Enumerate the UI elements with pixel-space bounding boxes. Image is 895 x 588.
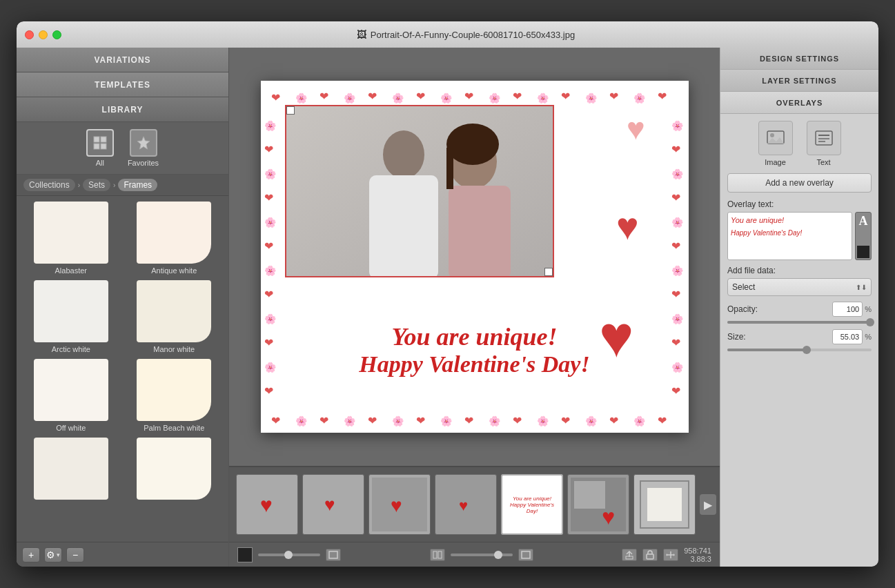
- svg-text:❤: ❤: [609, 415, 618, 427]
- list-item[interactable]: Alabaster: [22, 202, 120, 275]
- minimize-button[interactable]: [39, 30, 48, 39]
- overlay-text-button[interactable]: Text: [807, 121, 841, 166]
- layer-settings-tab[interactable]: LAYER SETTINGS: [720, 70, 878, 92]
- view-mode-button-2[interactable]: [518, 549, 533, 561]
- svg-text:❤: ❤: [671, 144, 680, 155]
- zoom-slider-left[interactable]: [258, 553, 320, 556]
- filmstrip: ♥ ♥: [229, 466, 720, 542]
- opacity-value[interactable]: 100: [832, 302, 863, 317]
- svg-text:❤: ❤: [464, 90, 473, 102]
- templates-button[interactable]: TEMPLATES: [17, 72, 228, 97]
- svg-text:🌸: 🌸: [264, 362, 277, 373]
- svg-rect-87: [329, 551, 337, 558]
- svg-text:❤: ❤: [271, 415, 280, 427]
- color-swatch-button[interactable]: [237, 547, 253, 562]
- svg-text:🌸: 🌸: [489, 415, 501, 427]
- filmstrip-next-button[interactable]: ▶: [700, 494, 716, 515]
- svg-text:♥: ♥: [616, 205, 639, 248]
- film-thumb-5[interactable]: You are unique!Happy Valentine's Day!: [501, 474, 563, 535]
- svg-text:♥: ♥: [260, 493, 273, 516]
- maximize-button[interactable]: [52, 30, 61, 39]
- film-thumb-2[interactable]: ♥: [302, 474, 364, 535]
- thumbnail-grid-area: Alabaster Antique white Arctic white Man…: [17, 196, 228, 542]
- size-slider[interactable]: [727, 349, 872, 351]
- svg-text:🌸: 🌸: [671, 168, 684, 180]
- svg-text:🌸: 🌸: [264, 120, 277, 132]
- svg-rect-88: [433, 551, 437, 558]
- variations-button[interactable]: VARIATIONS: [17, 48, 228, 72]
- selection-handle-tl: [286, 106, 295, 115]
- overlay-text-input[interactable]: You are unique! Happy Valentine's Day!: [727, 212, 852, 260]
- thumbnail-label: Manor white: [153, 345, 195, 353]
- svg-point-71: [446, 124, 499, 165]
- overlay-text-content: You are unique! Happy Valentine's Day!: [731, 215, 849, 238]
- list-item[interactable]: Off white: [22, 359, 120, 432]
- view-mode-button-1[interactable]: [326, 549, 341, 561]
- text-icon: [814, 128, 834, 148]
- svg-text:🌸: 🌸: [440, 415, 453, 427]
- app-window: 🖼 Portrait-Of-A-Funny-Couple-60081710-65…: [17, 21, 878, 567]
- svg-text:❤: ❤: [416, 90, 425, 102]
- design-settings-tab[interactable]: DESIGN SETTINGS: [720, 48, 878, 70]
- breadcrumb-frames[interactable]: Frames: [118, 179, 157, 191]
- lock-button[interactable]: [642, 549, 658, 561]
- remove-item-button[interactable]: −: [66, 547, 84, 562]
- list-item[interactable]: [22, 438, 120, 502]
- svg-text:🌸: 🌸: [585, 92, 598, 104]
- film-thumb-1[interactable]: ♥: [236, 474, 298, 535]
- thumbnail-off: [34, 359, 108, 421]
- canvas[interactable]: ❤ 🌸 ❤ 🌸 ❤ 🌸 ❤ 🌸 ❤ 🌸 ❤ 🌸 ❤: [261, 81, 689, 433]
- transform-icon: [666, 550, 676, 560]
- overlay-types: Image Text: [727, 121, 872, 166]
- thumbnail-palm: [137, 359, 211, 421]
- favorites-button[interactable]: Favorites: [128, 129, 159, 167]
- opacity-slider[interactable]: [727, 321, 872, 324]
- list-item[interactable]: [126, 438, 224, 502]
- svg-rect-97: [816, 131, 832, 145]
- frame-button-1[interactable]: [430, 549, 445, 561]
- overlays-tab[interactable]: OVERLAYS: [720, 92, 878, 114]
- svg-text:🌸: 🌸: [440, 92, 453, 104]
- film-thumb-inner: [634, 475, 695, 534]
- svg-text:❤: ❤: [671, 337, 680, 349]
- svg-text:🌸: 🌸: [671, 217, 684, 228]
- list-item[interactable]: Antique white: [126, 202, 224, 275]
- svg-text:🌸: 🌸: [537, 415, 549, 427]
- list-item[interactable]: Palm Beach white: [126, 359, 224, 432]
- zoom-thumb-right: [494, 551, 502, 559]
- all-icon: [86, 129, 114, 157]
- film-thumb-4[interactable]: ♥: [435, 474, 497, 535]
- size-value[interactable]: 55.03: [832, 329, 863, 344]
- svg-text:❤: ❤: [561, 90, 570, 102]
- coordinates-display: 958:741 3.88:3: [684, 547, 711, 563]
- add-overlay-button[interactable]: Add a new overlay: [727, 173, 872, 193]
- svg-text:🌸: 🌸: [392, 92, 404, 104]
- overlay-text-row: You are unique! Happy Valentine's Day! A: [727, 212, 872, 260]
- close-button[interactable]: [25, 30, 34, 39]
- breadcrumb-collections[interactable]: Collections: [23, 179, 75, 191]
- share-button[interactable]: [622, 549, 637, 561]
- file-icon: 🖼: [357, 29, 366, 40]
- svg-text:🌸: 🌸: [264, 168, 277, 180]
- svg-rect-89: [438, 551, 442, 558]
- overlay-image-button[interactable]: Image: [758, 121, 793, 166]
- list-item[interactable]: Arctic white: [22, 280, 120, 353]
- list-item[interactable]: Manor white: [126, 280, 224, 353]
- svg-text:🌸: 🌸: [264, 265, 277, 277]
- selection-handle-br: [544, 268, 553, 276]
- file-data-select[interactable]: Select ⬆⬇: [727, 278, 872, 296]
- font-settings-button[interactable]: A: [855, 212, 872, 260]
- svg-text:❤: ❤: [561, 415, 570, 427]
- all-button[interactable]: All: [86, 129, 114, 167]
- photo-svg: [286, 106, 553, 276]
- breadcrumb-sets[interactable]: Sets: [83, 179, 110, 191]
- add-item-button[interactable]: +: [22, 547, 40, 562]
- svg-text:🌸: 🌸: [264, 313, 277, 325]
- settings-button[interactable]: ⚙ ▾: [44, 547, 62, 562]
- film-thumb-7[interactable]: [633, 474, 696, 535]
- zoom-slider-right[interactable]: [451, 553, 513, 556]
- film-thumb-6[interactable]: ♥: [567, 474, 629, 535]
- transform-button[interactable]: [663, 549, 678, 561]
- film-heart-3-svg: ♥: [372, 478, 427, 531]
- film-thumb-3[interactable]: ♥: [368, 474, 431, 535]
